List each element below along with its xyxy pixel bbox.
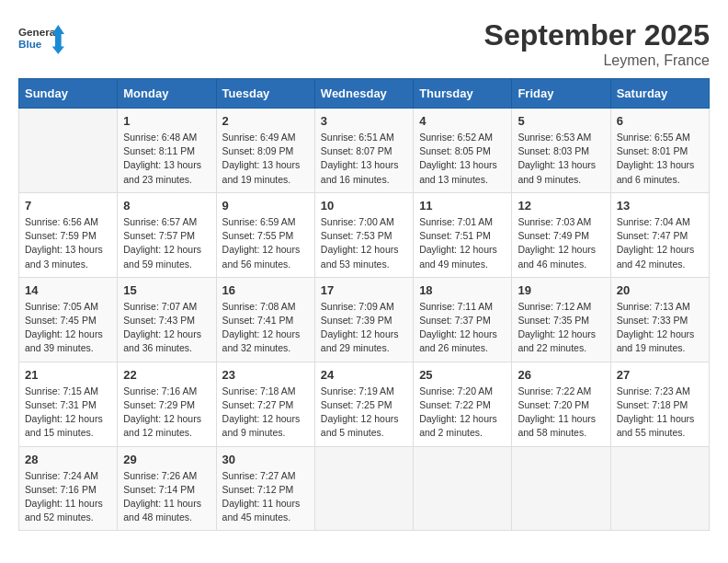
logo-icon: General Blue bbox=[18, 18, 64, 60]
day-number: 28 bbox=[25, 453, 111, 466]
day-info: Sunrise: 6:53 AM Sunset: 8:03 PM Dayligh… bbox=[518, 131, 604, 187]
calendar-week-row: 14Sunrise: 7:05 AM Sunset: 7:45 PM Dayli… bbox=[19, 277, 710, 362]
day-number: 8 bbox=[123, 199, 210, 213]
day-number: 30 bbox=[222, 453, 309, 466]
calendar-week-row: 7Sunrise: 6:56 AM Sunset: 7:59 PM Daylig… bbox=[19, 192, 710, 277]
calendar-day-header: Thursday bbox=[414, 79, 512, 109]
day-info: Sunrise: 6:55 AM Sunset: 8:01 PM Dayligh… bbox=[617, 131, 703, 187]
day-info: Sunrise: 7:08 AM Sunset: 7:41 PM Dayligh… bbox=[222, 300, 309, 356]
day-info: Sunrise: 6:56 AM Sunset: 7:59 PM Dayligh… bbox=[25, 215, 111, 271]
calendar-cell: 20Sunrise: 7:13 AM Sunset: 7:33 PM Dayli… bbox=[610, 277, 709, 362]
day-info: Sunrise: 7:12 AM Sunset: 7:35 PM Dayligh… bbox=[518, 300, 604, 356]
calendar-cell: 1Sunrise: 6:48 AM Sunset: 8:11 PM Daylig… bbox=[118, 109, 216, 193]
calendar-cell: 6Sunrise: 6:55 AM Sunset: 8:01 PM Daylig… bbox=[610, 109, 709, 193]
calendar-cell bbox=[610, 446, 709, 531]
svg-text:Blue: Blue bbox=[18, 38, 42, 50]
day-number: 1 bbox=[123, 114, 210, 128]
calendar-header-row: SundayMondayTuesdayWednesdayThursdayFrid… bbox=[19, 79, 710, 109]
calendar-cell: 29Sunrise: 7:26 AM Sunset: 7:14 PM Dayli… bbox=[118, 446, 216, 531]
day-info: Sunrise: 7:07 AM Sunset: 7:43 PM Dayligh… bbox=[123, 300, 210, 356]
day-number: 14 bbox=[25, 283, 111, 297]
calendar-day-header: Monday bbox=[118, 79, 216, 109]
calendar-day-header: Sunday bbox=[19, 79, 118, 109]
calendar-cell: 27Sunrise: 7:23 AM Sunset: 7:18 PM Dayli… bbox=[610, 362, 709, 446]
day-info: Sunrise: 7:22 AM Sunset: 7:20 PM Dayligh… bbox=[518, 385, 604, 441]
calendar-cell bbox=[314, 446, 413, 531]
day-info: Sunrise: 6:51 AM Sunset: 8:07 PM Dayligh… bbox=[321, 131, 407, 187]
day-number: 27 bbox=[617, 368, 703, 382]
calendar-cell: 14Sunrise: 7:05 AM Sunset: 7:45 PM Dayli… bbox=[19, 277, 118, 362]
calendar-cell: 18Sunrise: 7:11 AM Sunset: 7:37 PM Dayli… bbox=[414, 277, 512, 362]
day-number: 9 bbox=[222, 199, 309, 213]
calendar-cell: 26Sunrise: 7:22 AM Sunset: 7:20 PM Dayli… bbox=[512, 362, 610, 446]
calendar-week-row: 28Sunrise: 7:24 AM Sunset: 7:16 PM Dayli… bbox=[19, 446, 710, 531]
day-number: 15 bbox=[123, 283, 210, 297]
calendar-day-header: Tuesday bbox=[216, 79, 314, 109]
day-number: 22 bbox=[123, 368, 210, 382]
calendar-cell: 21Sunrise: 7:15 AM Sunset: 7:31 PM Dayli… bbox=[19, 362, 118, 446]
calendar-cell: 30Sunrise: 7:27 AM Sunset: 7:12 PM Dayli… bbox=[216, 446, 314, 531]
day-info: Sunrise: 7:26 AM Sunset: 7:14 PM Dayligh… bbox=[123, 469, 210, 525]
logo: General Blue bbox=[18, 18, 64, 60]
calendar-cell: 7Sunrise: 6:56 AM Sunset: 7:59 PM Daylig… bbox=[19, 192, 118, 277]
calendar-cell: 4Sunrise: 6:52 AM Sunset: 8:05 PM Daylig… bbox=[414, 109, 512, 193]
page-header: General Blue September 2025 Leymen, Fran… bbox=[18, 18, 710, 69]
calendar-table: SundayMondayTuesdayWednesdayThursdayFrid… bbox=[18, 78, 710, 531]
day-number: 12 bbox=[518, 199, 604, 213]
day-number: 21 bbox=[25, 368, 111, 382]
calendar-cell: 16Sunrise: 7:08 AM Sunset: 7:41 PM Dayli… bbox=[216, 277, 314, 362]
day-info: Sunrise: 7:00 AM Sunset: 7:53 PM Dayligh… bbox=[321, 215, 407, 271]
day-number: 29 bbox=[123, 453, 210, 466]
day-info: Sunrise: 6:52 AM Sunset: 8:05 PM Dayligh… bbox=[419, 131, 506, 187]
day-number: 20 bbox=[617, 283, 703, 297]
calendar-cell: 11Sunrise: 7:01 AM Sunset: 7:51 PM Dayli… bbox=[414, 192, 512, 277]
calendar-week-row: 1Sunrise: 6:48 AM Sunset: 8:11 PM Daylig… bbox=[19, 109, 710, 193]
day-info: Sunrise: 7:16 AM Sunset: 7:29 PM Dayligh… bbox=[123, 385, 210, 441]
month-title: September 2025 bbox=[484, 18, 710, 52]
calendar-cell: 8Sunrise: 6:57 AM Sunset: 7:57 PM Daylig… bbox=[118, 192, 216, 277]
day-number: 6 bbox=[617, 114, 703, 128]
day-info: Sunrise: 6:57 AM Sunset: 7:57 PM Dayligh… bbox=[123, 215, 210, 271]
day-number: 19 bbox=[518, 283, 604, 297]
day-info: Sunrise: 7:19 AM Sunset: 7:25 PM Dayligh… bbox=[321, 385, 407, 441]
calendar-cell: 9Sunrise: 6:59 AM Sunset: 7:55 PM Daylig… bbox=[216, 192, 314, 277]
calendar-cell: 22Sunrise: 7:16 AM Sunset: 7:29 PM Dayli… bbox=[118, 362, 216, 446]
day-info: Sunrise: 7:09 AM Sunset: 7:39 PM Dayligh… bbox=[321, 300, 407, 356]
day-number: 16 bbox=[222, 283, 309, 297]
day-number: 17 bbox=[321, 283, 407, 297]
calendar-cell: 13Sunrise: 7:04 AM Sunset: 7:47 PM Dayli… bbox=[610, 192, 709, 277]
day-info: Sunrise: 6:49 AM Sunset: 8:09 PM Dayligh… bbox=[222, 131, 309, 187]
day-number: 13 bbox=[617, 199, 703, 213]
calendar-day-header: Saturday bbox=[610, 79, 709, 109]
day-info: Sunrise: 7:18 AM Sunset: 7:27 PM Dayligh… bbox=[222, 385, 309, 441]
day-number: 7 bbox=[25, 199, 111, 213]
day-number: 23 bbox=[222, 368, 309, 382]
location: Leymen, France bbox=[484, 52, 710, 69]
day-number: 5 bbox=[518, 114, 604, 128]
day-info: Sunrise: 7:15 AM Sunset: 7:31 PM Dayligh… bbox=[25, 385, 111, 441]
day-number: 24 bbox=[321, 368, 407, 382]
day-number: 4 bbox=[419, 114, 506, 128]
calendar-cell: 12Sunrise: 7:03 AM Sunset: 7:49 PM Dayli… bbox=[512, 192, 610, 277]
day-info: Sunrise: 7:11 AM Sunset: 7:37 PM Dayligh… bbox=[419, 300, 506, 356]
day-info: Sunrise: 6:59 AM Sunset: 7:55 PM Dayligh… bbox=[222, 215, 309, 271]
calendar-cell: 2Sunrise: 6:49 AM Sunset: 8:09 PM Daylig… bbox=[216, 109, 314, 193]
calendar-day-header: Wednesday bbox=[314, 79, 413, 109]
calendar-cell: 10Sunrise: 7:00 AM Sunset: 7:53 PM Dayli… bbox=[314, 192, 413, 277]
day-number: 25 bbox=[419, 368, 506, 382]
calendar-cell: 17Sunrise: 7:09 AM Sunset: 7:39 PM Dayli… bbox=[314, 277, 413, 362]
day-number: 10 bbox=[321, 199, 407, 213]
calendar-cell: 5Sunrise: 6:53 AM Sunset: 8:03 PM Daylig… bbox=[512, 109, 610, 193]
calendar-cell: 28Sunrise: 7:24 AM Sunset: 7:16 PM Dayli… bbox=[19, 446, 118, 531]
day-info: Sunrise: 7:24 AM Sunset: 7:16 PM Dayligh… bbox=[25, 469, 111, 525]
day-info: Sunrise: 7:23 AM Sunset: 7:18 PM Dayligh… bbox=[617, 385, 703, 441]
day-number: 3 bbox=[321, 114, 407, 128]
day-number: 11 bbox=[419, 199, 506, 213]
day-number: 26 bbox=[518, 368, 604, 382]
calendar-day-header: Friday bbox=[512, 79, 610, 109]
day-info: Sunrise: 7:04 AM Sunset: 7:47 PM Dayligh… bbox=[617, 215, 703, 271]
calendar-cell: 24Sunrise: 7:19 AM Sunset: 7:25 PM Dayli… bbox=[314, 362, 413, 446]
calendar-week-row: 21Sunrise: 7:15 AM Sunset: 7:31 PM Dayli… bbox=[19, 362, 710, 446]
day-number: 18 bbox=[419, 283, 506, 297]
calendar-cell: 15Sunrise: 7:07 AM Sunset: 7:43 PM Dayli… bbox=[118, 277, 216, 362]
